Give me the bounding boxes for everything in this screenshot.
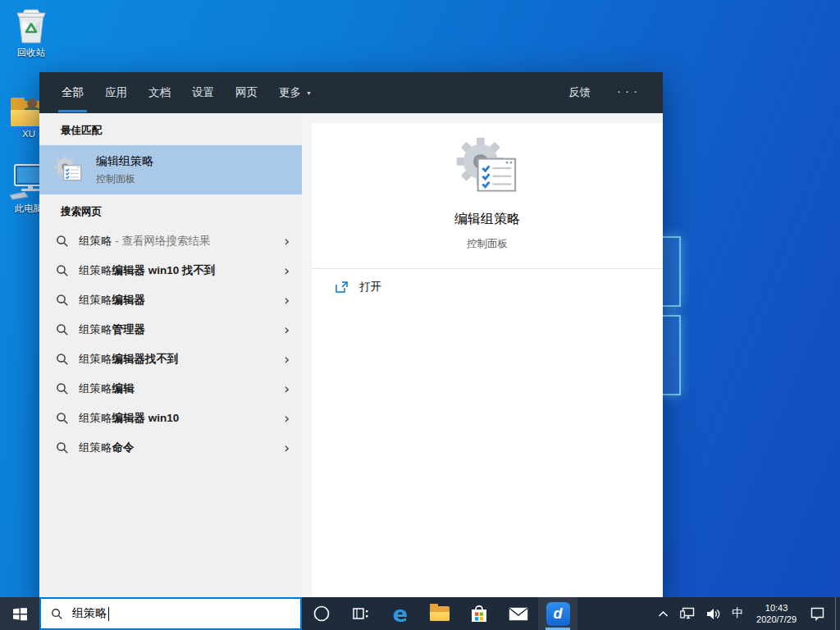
network-status[interactable] [674, 597, 701, 630]
mail-icon [509, 607, 528, 621]
action-center-icon [810, 606, 825, 621]
tab-more[interactable]: 更多 ▼ [268, 72, 322, 113]
chevron-right-icon: › [284, 382, 290, 396]
tab-documents[interactable]: 文档 [138, 72, 181, 113]
search-icon [51, 608, 63, 620]
desktop-icon-label: 回收站 [4, 47, 58, 59]
driver-app-button[interactable]: d [538, 597, 578, 630]
file-explorer-button[interactable] [420, 597, 459, 630]
wallpaper-window-pane [661, 236, 681, 307]
edge-button[interactable]: e [381, 597, 420, 630]
best-match-result[interactable]: 编辑组策略 控制面板 [39, 145, 302, 194]
web-search-header: 搜索网页 [39, 194, 302, 226]
tab-all-label: 全部 [62, 85, 84, 100]
chevron-right-icon: › [284, 323, 290, 337]
tab-apps-label: 应用 [105, 85, 127, 100]
search-icon [56, 412, 69, 425]
tab-apps[interactable]: 应用 [94, 72, 138, 113]
search-suggestion[interactable]: 组策略编辑器 win10 › [39, 404, 302, 433]
tab-all[interactable]: 全部 [51, 72, 94, 113]
chevron-right-icon: › [284, 264, 290, 278]
edge-icon: e [393, 601, 408, 627]
search-icon [56, 235, 69, 248]
taskbar-clock[interactable]: 10:43 2020/7/29 [749, 597, 804, 630]
store-icon [469, 603, 489, 624]
search-suggestion[interactable]: 组策略编辑 › [39, 374, 302, 404]
group-policy-icon [53, 155, 83, 185]
desktop-icon-recycle-bin[interactable]: 回收站 [4, 7, 58, 59]
search-suggestion[interactable]: 组策略管理器 › [39, 315, 302, 345]
chevron-right-icon: › [284, 353, 290, 367]
open-action-label: 打开 [359, 280, 381, 294]
search-query-text: 组策略 [72, 606, 107, 621]
result-preview-pane: 编辑组策略 控制面板 打开 [312, 123, 663, 597]
search-suggestion[interactable]: 组策略 - 查看网络搜索结果 › [39, 226, 302, 256]
preview-subtitle: 控制面板 [467, 237, 508, 251]
chevron-right-icon: › [284, 441, 290, 455]
tab-settings[interactable]: 设置 [181, 72, 225, 113]
taskbar-search-input[interactable]: 组策略 [39, 597, 302, 630]
search-icon [56, 264, 69, 277]
task-view-icon [353, 606, 369, 621]
search-icon [56, 441, 69, 454]
taskbar: 组策略 e [0, 597, 840, 630]
tab-documents-label: 文档 [148, 85, 171, 100]
search-icon [56, 323, 69, 336]
network-icon [680, 607, 695, 620]
chevron-right-icon: › [284, 294, 290, 308]
search-flyout-panel: 全部 应用 文档 设置 网页 更多 ▼ 反馈 ··· 最佳匹配 [39, 72, 663, 597]
chevron-right-icon: › [284, 412, 290, 426]
mail-button[interactable] [499, 597, 538, 630]
search-icon [56, 382, 69, 395]
preview-title: 编辑组策略 [454, 211, 520, 228]
speaker-icon [706, 608, 720, 620]
chevron-down-icon: ▼ [306, 90, 312, 96]
search-suggestion[interactable]: 组策略编辑器 › [39, 285, 302, 315]
clock-time: 10:43 [765, 602, 788, 614]
open-action[interactable]: 打开 [312, 269, 663, 305]
cortana-icon [313, 605, 331, 623]
file-explorer-icon [430, 606, 450, 621]
cortana-button[interactable] [302, 597, 341, 630]
ime-indicator[interactable]: 中 [726, 597, 749, 630]
search-icon [56, 294, 69, 307]
recycle-bin-icon [4, 7, 58, 44]
chevron-up-icon [658, 610, 669, 618]
search-suggestion[interactable]: 组策略命令 › [39, 433, 302, 463]
windows-logo-icon [13, 607, 27, 621]
show-desktop-button[interactable] [835, 597, 840, 630]
clock-date: 2020/7/29 [756, 614, 797, 625]
more-options-icon[interactable]: ··· [617, 84, 641, 103]
best-match-title: 编辑组策略 [96, 154, 153, 169]
tray-expand-button[interactable] [652, 597, 674, 630]
action-center-button[interactable] [804, 597, 831, 630]
search-filter-tabbar: 全部 应用 文档 设置 网页 更多 ▼ 反馈 ··· [39, 72, 663, 113]
chevron-right-icon: › [284, 235, 290, 249]
search-results-list: 最佳匹配 [39, 113, 302, 597]
tab-more-label: 更多 [279, 85, 301, 100]
volume-status[interactable] [701, 597, 726, 630]
best-match-header: 最佳匹配 [39, 113, 302, 145]
task-view-button[interactable] [341, 597, 381, 630]
search-icon [56, 353, 69, 366]
group-policy-icon-large [455, 136, 519, 200]
best-match-subtitle: 控制面板 [96, 172, 153, 186]
open-external-icon [335, 281, 349, 294]
text-caret [108, 607, 109, 621]
search-suggestion[interactable]: 组策略编辑器 win10 找不到 › [39, 256, 302, 285]
tab-web[interactable]: 网页 [225, 72, 268, 113]
tab-settings-label: 设置 [192, 85, 214, 100]
store-button[interactable] [459, 597, 499, 630]
driver-app-icon: d [546, 602, 570, 626]
start-button[interactable] [0, 597, 39, 630]
wallpaper-window-pane [661, 315, 681, 395]
feedback-button[interactable]: 反馈 [568, 85, 591, 100]
tab-web-label: 网页 [235, 85, 258, 100]
search-suggestion[interactable]: 组策略编辑器找不到 › [39, 345, 302, 374]
